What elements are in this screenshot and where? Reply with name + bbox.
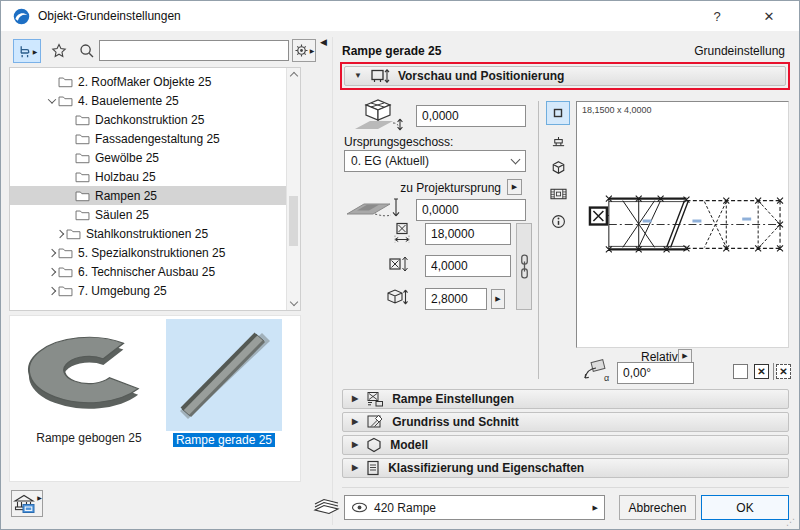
thumbnail-curved-ramp[interactable]: Rampe gebogen 25 bbox=[16, 320, 162, 444]
link-dimensions-button[interactable] bbox=[516, 223, 532, 310]
object-preview-list: Rampe gebogen 25 Rampe gerade 25 bbox=[9, 315, 301, 482]
cancel-button[interactable]: Abbrechen bbox=[619, 495, 696, 520]
section-collapsed-icon[interactable]: ▶ bbox=[352, 441, 358, 449]
tree-scrollbar[interactable] bbox=[286, 68, 300, 310]
top-elevation-input[interactable] bbox=[416, 105, 526, 127]
floorplan-section-icon bbox=[366, 414, 384, 430]
hotspot-toggle-dashed[interactable]: ✕ bbox=[776, 364, 791, 379]
section-collapsed-icon[interactable]: ▶ bbox=[352, 395, 358, 403]
height-flyout-button[interactable]: ▶ bbox=[491, 289, 505, 309]
layer-select[interactable]: 420 Rampe ▶ bbox=[344, 495, 605, 520]
help-button[interactable]: ? bbox=[695, 1, 739, 31]
ramp-plan-drawing bbox=[577, 102, 788, 347]
chevron-right-icon[interactable] bbox=[56, 229, 64, 237]
tree-item[interactable]: 7. Umgebung 25 bbox=[10, 281, 300, 300]
preview-window[interactable]: 18,1500 x 4,0000 bbox=[576, 101, 789, 348]
section-title: Klassifizierung und Eigenschaften bbox=[388, 461, 584, 475]
mode-label: Grundeinstellung bbox=[694, 44, 785, 58]
tree-item[interactable]: Fassadengestaltung 25 bbox=[10, 129, 300, 148]
settings-menu-button[interactable]: ▶ bbox=[292, 39, 316, 62]
hotspot-toggle-solid[interactable]: ✕ bbox=[754, 364, 769, 379]
section-title: Modell bbox=[390, 438, 428, 452]
ok-button[interactable]: OK bbox=[701, 495, 789, 520]
width-input[interactable] bbox=[425, 255, 511, 277]
section-title: Rampe Einstellungen bbox=[392, 392, 514, 406]
tree-item[interactable]: Holzbau 25 bbox=[10, 167, 300, 186]
search-button[interactable] bbox=[75, 40, 99, 62]
thumbnail-label-selected: Rampe gerade 25 bbox=[173, 433, 275, 447]
tree-item[interactable]: 4. Bauelemente 25 bbox=[10, 91, 300, 110]
scroll-down-icon[interactable] bbox=[290, 298, 298, 306]
top-elevation-icon bbox=[351, 97, 405, 137]
ramp-settings-icon bbox=[366, 391, 384, 407]
layer-name: 420 Rampe bbox=[374, 501, 436, 515]
flyout-arrow-icon: ▶ bbox=[37, 494, 42, 501]
flyout-arrow-icon: ▶ bbox=[495, 295, 500, 303]
title-bar[interactable]: Objekt-Grundeinstellungen bbox=[1, 1, 799, 31]
section-title: Vorschau und Positionierung bbox=[398, 69, 564, 83]
section-collapsed-icon[interactable]: ▶ bbox=[352, 418, 358, 426]
search-input[interactable] bbox=[99, 40, 289, 61]
flyout-arrow-icon: ▶ bbox=[33, 48, 38, 55]
model-cube-icon bbox=[366, 437, 382, 453]
film-icon bbox=[550, 187, 567, 201]
view-3d-button[interactable] bbox=[546, 155, 570, 179]
close-button[interactable]: ✕ bbox=[747, 1, 791, 31]
view-movie-button[interactable] bbox=[546, 182, 570, 206]
search-icon bbox=[79, 43, 95, 59]
chevron-down-icon[interactable] bbox=[48, 95, 56, 103]
section-model[interactable]: ▶ Modell bbox=[342, 435, 789, 455]
view-info-button[interactable] bbox=[546, 209, 570, 233]
footer-divider bbox=[342, 487, 789, 488]
to-project-origin-label: zu Projektursprung bbox=[384, 181, 501, 195]
front-view-icon bbox=[551, 133, 566, 148]
preview-positioning-icon bbox=[370, 68, 390, 84]
length-input[interactable] bbox=[425, 223, 511, 245]
resize-grip[interactable]: ⋰ bbox=[786, 517, 796, 527]
rotation-angle-input[interactable] bbox=[617, 362, 694, 384]
chevron-right-icon[interactable] bbox=[48, 267, 56, 275]
section-preview-positioning[interactable]: ▼ Vorschau und Positionierung bbox=[344, 66, 786, 86]
section-ramp-settings[interactable]: ▶ Rampe Einstellungen bbox=[342, 389, 789, 409]
section-floorplan-section[interactable]: ▶ Grundriss und Schnitt bbox=[342, 412, 789, 432]
chevron-right-icon[interactable] bbox=[48, 248, 56, 256]
base-height-input[interactable] bbox=[416, 199, 526, 221]
height-input[interactable] bbox=[425, 288, 487, 310]
thumbnail-label-wrap: Rampe gerade 25 bbox=[166, 433, 282, 447]
section-collapsed-icon[interactable]: ▶ bbox=[352, 464, 358, 472]
section-title: Grundriss und Schnitt bbox=[392, 415, 519, 429]
scrollbar-thumb[interactable] bbox=[289, 196, 298, 246]
rotation-angle-icon: α bbox=[579, 357, 613, 384]
hotspot-toggle-none[interactable] bbox=[733, 364, 748, 379]
app-icon bbox=[13, 8, 30, 25]
to-project-origin-flyout-button[interactable]: ▶ bbox=[507, 179, 522, 195]
favorites-button[interactable] bbox=[47, 40, 71, 62]
relativ-flyout-button[interactable]: ▶ bbox=[678, 349, 692, 363]
panel-divider bbox=[332, 37, 333, 525]
origin-story-select[interactable]: 0. EG (Aktuell) bbox=[344, 150, 526, 172]
column-divider bbox=[538, 101, 539, 379]
section-expanded-icon[interactable]: ▼ bbox=[354, 72, 362, 80]
tree-item[interactable]: Gewölbe 25 bbox=[10, 148, 300, 167]
tree-item[interactable]: Stahlkonstruktionen 25 bbox=[10, 224, 300, 243]
tree-item[interactable]: Säulen 25 bbox=[10, 205, 300, 224]
tree-item[interactable]: 2. RoofMaker Objekte 25 bbox=[10, 72, 300, 91]
origin-story-label: Ursprungsgeschoss: bbox=[344, 135, 453, 149]
thumbnail-straight-ramp-selected[interactable] bbox=[166, 319, 282, 431]
collapse-panel-arrow[interactable]: ◀ bbox=[320, 37, 327, 47]
section-classification-properties[interactable]: ▶ Klassifizierung und Eigenschaften bbox=[342, 458, 789, 478]
view-2d-symbol-button[interactable] bbox=[546, 101, 570, 125]
tree-item[interactable]: Dachkonstruktion 25 bbox=[10, 110, 300, 129]
chevron-right-icon[interactable] bbox=[48, 286, 56, 294]
straight-ramp-image bbox=[166, 319, 279, 427]
tree-item[interactable]: 5. Spezialkonstruktionen 25 bbox=[10, 243, 300, 262]
view-front-button[interactable] bbox=[546, 128, 570, 152]
tree-item[interactable]: 6. Technischer Ausbau 25 bbox=[10, 262, 300, 281]
info-icon bbox=[551, 214, 566, 229]
scroll-up-icon[interactable] bbox=[290, 72, 298, 80]
folder-view-button[interactable]: ▶ bbox=[13, 39, 41, 63]
load-library-parts-button[interactable]: ▶ bbox=[11, 490, 43, 517]
svg-text:α: α bbox=[604, 373, 609, 383]
chair-icon bbox=[17, 44, 32, 59]
tree-item-selected[interactable]: Rampen 25 bbox=[10, 186, 300, 205]
